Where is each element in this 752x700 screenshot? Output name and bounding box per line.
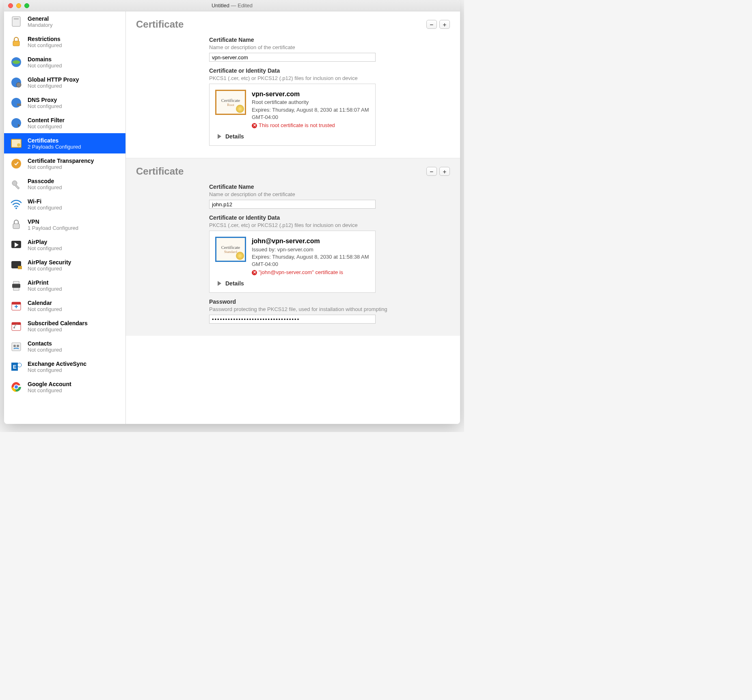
sidebar-item-title: Domains bbox=[28, 56, 62, 63]
sidebar-item-contacts[interactable]: ContactsNot configured bbox=[4, 336, 125, 356]
cert-trust-error: ✕ "john@vpn-server.com" certificate is bbox=[252, 269, 370, 276]
sidebar-item-passcode[interactable]: PasscodeNot configured bbox=[4, 174, 125, 194]
sidebar-item-airplay-security[interactable]: AirPlay SecurityNot configured bbox=[4, 255, 125, 275]
sidebar-item-domains[interactable]: DomainsNot configured bbox=[4, 52, 125, 72]
certificate-thumbnail-icon: Certificate Standard bbox=[215, 237, 246, 262]
sidebar-item-subtitle: Not configured bbox=[28, 205, 62, 211]
sidebar-item-title: DNS Proxy bbox=[28, 97, 62, 103]
svg-rect-18 bbox=[12, 284, 20, 288]
panel-title: Certificate bbox=[136, 166, 184, 177]
cert-issuer: Issued by: vpn-server.com bbox=[252, 246, 370, 253]
sidebar-item-certificate-transparency[interactable]: Certificate TransparencyNot configured bbox=[4, 153, 125, 174]
add-payload-button[interactable]: + bbox=[439, 167, 450, 176]
add-payload-button[interactable]: + bbox=[439, 20, 450, 29]
sidebar-item-exchange-activesync[interactable]: EExchange ActiveSyncNot configured bbox=[4, 356, 125, 377]
sidebar-item-title: Global HTTP Proxy bbox=[28, 76, 79, 83]
svg-point-8 bbox=[11, 118, 21, 128]
sidebar-item-icon bbox=[9, 339, 24, 354]
cert-name-input[interactable] bbox=[209, 53, 376, 62]
svg-point-11 bbox=[11, 159, 21, 169]
certificate-panel-1: Certificate − + Certificate Name Name or… bbox=[126, 11, 460, 158]
content: GeneralMandatoryRestrictionsNot configur… bbox=[4, 11, 460, 424]
disclosure-triangle-icon bbox=[218, 281, 221, 286]
sidebar-item-title: AirPrint bbox=[28, 279, 62, 286]
cert-data-label: Certificate or Identity Data bbox=[209, 67, 450, 74]
password-desc: Password protecting the PKCS12 file, use… bbox=[209, 306, 450, 312]
sidebar-item-subtitle: 2 Payloads Configured bbox=[28, 144, 81, 150]
sidebar-item-general[interactable]: GeneralMandatory bbox=[4, 11, 125, 32]
sidebar-item-title: Passcode bbox=[28, 178, 62, 184]
sidebar-item-title: AirPlay bbox=[28, 239, 62, 245]
sidebar-item-airprint[interactable]: AirPrintNot configured bbox=[4, 275, 125, 296]
cert-authority: Root certificate authority bbox=[252, 99, 370, 106]
sidebar-item-title: Google Account bbox=[28, 381, 71, 387]
error-icon: ✕ bbox=[252, 123, 257, 128]
sidebar-item-icon bbox=[9, 197, 24, 212]
svg-rect-2 bbox=[13, 41, 19, 46]
svg-point-6 bbox=[11, 98, 21, 108]
sidebar-item-title: Exchange ActiveSync bbox=[28, 361, 86, 367]
sidebar-item-google-account[interactable]: Google AccountNot configured bbox=[4, 377, 125, 397]
sidebar-item-icon bbox=[9, 380, 24, 394]
svg-point-27 bbox=[13, 345, 16, 347]
window-title-status: — Edited bbox=[231, 2, 253, 9]
sidebar-item-subtitle: Not configured bbox=[28, 103, 62, 109]
main-panel[interactable]: Certificate − + Certificate Name Name or… bbox=[126, 11, 460, 424]
sidebar-item-icon bbox=[9, 177, 24, 191]
sidebar-item-title: Subscribed Calendars bbox=[28, 320, 88, 326]
sidebar-item-icon bbox=[9, 298, 24, 313]
sidebar-item-dns-proxy[interactable]: DNS ProxyNot configured bbox=[4, 93, 125, 113]
sidebar-item-subtitle: Not configured bbox=[28, 184, 62, 190]
cert-name-input[interactable] bbox=[209, 200, 376, 209]
remove-payload-button[interactable]: − bbox=[426, 167, 437, 176]
sidebar-item-calendar[interactable]: CalendarNot configured bbox=[4, 296, 125, 316]
error-icon: ✕ bbox=[252, 270, 257, 275]
sidebar-item-title: Certificates bbox=[28, 137, 81, 144]
sidebar-item-icon bbox=[9, 14, 24, 29]
sidebar-item-content-filter[interactable]: Content FilterNot configured bbox=[4, 113, 125, 133]
svg-rect-7 bbox=[17, 104, 21, 106]
sidebar-item-subtitle: Not configured bbox=[28, 286, 62, 292]
seal-icon bbox=[236, 105, 244, 113]
sidebar-item-icon bbox=[9, 116, 24, 130]
sidebar-item-certificates[interactable]: Certificates2 Payloads Configured bbox=[4, 133, 125, 153]
svg-rect-1 bbox=[14, 18, 19, 19]
svg-point-28 bbox=[17, 345, 19, 347]
remove-payload-button[interactable]: − bbox=[426, 20, 437, 29]
sidebar-item-subtitle: Not configured bbox=[28, 326, 88, 333]
password-input[interactable] bbox=[209, 315, 376, 324]
sidebar-item-icon bbox=[9, 258, 24, 272]
sidebar-item-title: Contacts bbox=[28, 340, 62, 347]
sidebar-item-subtitle: Not configured bbox=[28, 123, 65, 130]
sidebar-item-icon bbox=[9, 75, 24, 90]
window-title: Untitled — Edited bbox=[4, 2, 460, 9]
sidebar-item-vpn[interactable]: VPN1 Payload Configured bbox=[4, 214, 125, 235]
sidebar-item-wi-fi[interactable]: Wi-FiNot configured bbox=[4, 194, 125, 214]
sidebar-item-icon bbox=[9, 55, 24, 69]
cert-cn: john@vpn-server.com bbox=[252, 237, 370, 246]
sidebar-item-icon bbox=[9, 136, 24, 151]
svg-rect-22 bbox=[12, 302, 21, 305]
sidebar-item-icon bbox=[9, 278, 24, 293]
sidebar-item-icon bbox=[9, 319, 24, 333]
window-title-name: Untitled bbox=[212, 2, 229, 9]
sidebar-item-subscribed-calendars[interactable]: Subscribed CalendarsNot configured bbox=[4, 316, 125, 336]
sidebar-item-icon bbox=[9, 35, 24, 49]
sidebar-item-icon bbox=[9, 156, 24, 171]
cert-data-desc: PKCS1 (.cer, etc) or PKCS12 (.p12) files… bbox=[209, 75, 450, 81]
certificate-panel-2: Certificate − + Certificate Name Name or… bbox=[126, 158, 460, 336]
sidebar[interactable]: GeneralMandatoryRestrictionsNot configur… bbox=[4, 11, 126, 424]
cert-trust-error: ✕ This root certificate is not trusted bbox=[252, 122, 370, 129]
sidebar-item-airplay[interactable]: AirPlayNot configured bbox=[4, 235, 125, 255]
sidebar-item-global-http-proxy[interactable]: Global HTTP ProxyNot configured bbox=[4, 72, 125, 93]
sidebar-item-restrictions[interactable]: RestrictionsNot configured bbox=[4, 32, 125, 52]
cert-name-label: Certificate Name bbox=[209, 37, 450, 43]
cert-data-desc: PKCS1 (.cer, etc) or PKCS12 (.p12) files… bbox=[209, 222, 450, 228]
details-disclosure[interactable]: Details bbox=[215, 133, 370, 140]
cert-data-label: Certificate or Identity Data bbox=[209, 214, 450, 221]
cert-expires: Expires: Thursday, August 8, 2030 at 11:… bbox=[252, 253, 370, 268]
svg-rect-14 bbox=[13, 224, 19, 229]
details-disclosure[interactable]: Details bbox=[215, 280, 370, 287]
cert-cn: vpn-server.com bbox=[252, 90, 370, 99]
window: Untitled — Edited GeneralMandatoryRestri… bbox=[4, 0, 460, 424]
